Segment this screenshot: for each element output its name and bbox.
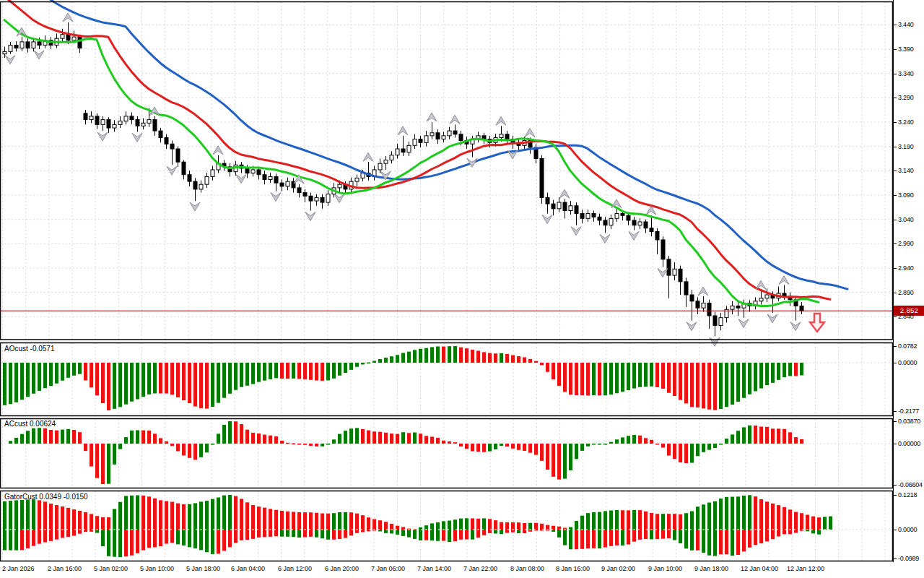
gator-bottom-bar [280,530,284,537]
axis-tick [894,293,897,293]
oscillator-bar [713,363,717,410]
pane-title-ao: AOcust -0.0571 [4,345,55,353]
time-axis[interactable]: 2 Jan 20262 Jan 16:005 Jan 02:005 Jan 10… [0,562,893,578]
oscillator-bar [20,363,24,400]
gator-bottom-bar [228,530,232,547]
oscillator-bar [61,363,64,381]
candle-body [309,196,313,201]
candle-body [78,37,82,48]
oscillator-bar [153,434,157,444]
gator-bottom-bar [471,530,474,540]
gator-top-bar [806,515,809,530]
candle-body [679,269,682,282]
gator-bottom-bar [783,530,786,534]
gator-bottom-bar [476,530,480,538]
gator-top-bar [199,501,203,530]
candle-body [500,134,503,138]
oscillator-bar [615,439,619,444]
gator-bottom-bar [719,530,723,554]
gator-bottom-bar [78,530,82,534]
candle-body [546,197,549,204]
price-axis-label: 2.890 [898,289,914,296]
oscillator-bar [188,444,191,458]
oscillator-bar [731,434,734,444]
oscillator-bar [326,363,330,380]
gator-bottom-bar [702,530,705,553]
candle-body [355,178,359,181]
gator-bottom-bar [182,530,186,545]
gator-top-bar [286,512,289,530]
gator-top-bar [534,523,538,530]
gator-bottom-bar [771,530,775,539]
indicator-name: ACcust [4,420,27,428]
gator-bottom-bar [263,530,266,537]
oscillator-bar [482,444,486,452]
gator-bottom-bar [436,530,440,541]
fractal-up-icon [559,189,570,198]
fractal-up-icon [63,13,73,22]
time-axis-label: 9 Jan 10:00 [648,565,682,572]
oscillator-bar [43,428,47,444]
oscillator-bar [286,443,289,444]
oscillator-bar [511,355,515,363]
gator-top-bar [586,513,590,530]
gator-bottom-bar [592,530,596,548]
gator-top-bar [118,502,122,530]
oscillator-bar [396,355,399,363]
oscillator-bar [419,349,422,363]
gator-top-bar [765,501,769,530]
gator-bottom-bar [396,530,399,535]
gator-top-bar [170,502,174,530]
candle-body [424,136,428,142]
oscillator-bar [401,353,405,363]
price-axis-label: 3.090 [898,191,914,199]
gator-bottom-bar [292,530,295,537]
oscillator-bar [638,363,642,387]
oscillator-bar [193,444,197,460]
gator-top-bar [263,508,266,530]
gator-bottom-bar [32,530,35,546]
oscillator-bar [765,427,769,444]
oscillator-bar [367,363,370,364]
chart-canvas[interactable] [0,0,893,578]
candle-body [297,188,301,193]
oscillator-bar [378,432,382,444]
candle-body [598,217,601,220]
gator-top-bar [598,512,601,530]
gator-bottom-bar [690,530,694,551]
candle-body [430,133,434,136]
oscillator-bar [257,434,261,444]
gator-top-bar [459,519,463,530]
oscillator-bar [580,363,584,395]
oscillator-bar [476,351,480,363]
gator-bottom-bar [817,530,821,535]
oscillator-bar [170,444,174,446]
gator-top-bar [107,517,110,530]
oscillator-bar [442,347,445,363]
gator-bottom-bar [14,530,18,551]
gator-top-bar [401,527,405,530]
price-axis-label: 3.140 [898,167,914,174]
gator-top-bar [811,517,815,530]
gator-bottom-bar [251,530,255,539]
fractal-up-icon [450,115,460,124]
gator-bottom-bar [707,530,711,556]
oscillator-bar [719,444,723,445]
sell-signal-arrow-icon [810,314,824,332]
fractal-down-icon [767,314,777,323]
oscillator-bar [540,444,544,461]
gator-top-bar [667,514,671,530]
fractal-down-icon [236,175,246,184]
candle-body [557,202,561,209]
gator-top-bar [240,499,243,530]
gator-bottom-bar [49,530,53,541]
price-axis-label: 3.340 [898,70,914,77]
oscillator-bar [586,444,590,447]
oscillator-bar [540,363,544,365]
gator-bottom-bar [257,530,261,538]
gator-top-bar [817,517,821,530]
candle-body [690,295,694,301]
gator-top-bar [245,502,249,530]
price-axis[interactable]: 2.852 3.4403.3903.3403.2903.2403.1903.14… [893,0,924,562]
gator-top-bar [72,509,76,530]
